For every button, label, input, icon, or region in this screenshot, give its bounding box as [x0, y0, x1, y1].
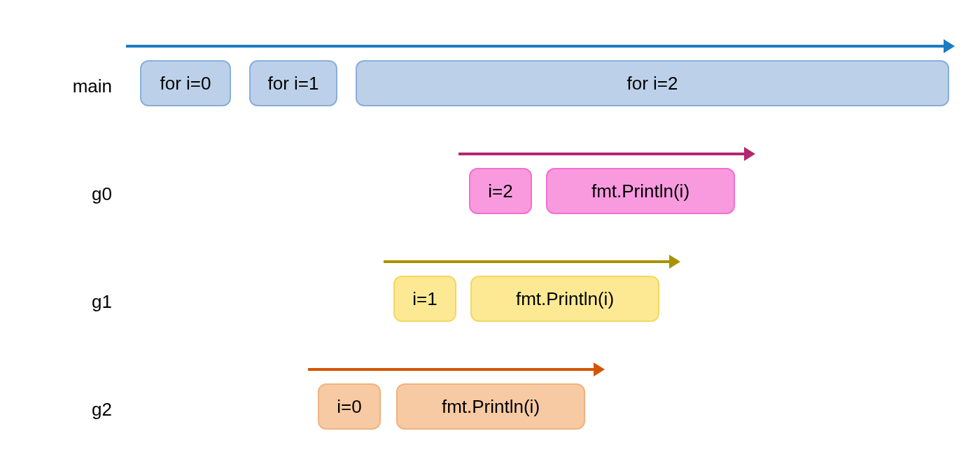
lane-label-main: main: [0, 76, 112, 97]
g0-assign-box: i=2: [469, 168, 532, 214]
g2-assign-box: i=0: [318, 383, 381, 430]
main-for0-box: for i=0: [140, 60, 231, 106]
g1-assign-text: i=1: [412, 288, 437, 310]
main-for0-text: for i=0: [160, 73, 211, 94]
g2-call-text: fmt.Println(i): [442, 396, 540, 418]
main-for2-box: for i=2: [356, 60, 949, 106]
g1-call-text: fmt.Println(i): [516, 288, 614, 310]
main-for1-text: for i=1: [268, 73, 319, 94]
g1-timeline-arrow: [384, 260, 678, 263]
g2-timeline-arrow: [308, 368, 602, 371]
g0-assign-text: i=2: [488, 181, 512, 202]
lane-label-g0: g0: [0, 183, 112, 205]
g1-assign-box: i=1: [393, 276, 456, 322]
lane-label-g1: g1: [0, 291, 112, 313]
main-for2-text: for i=2: [627, 73, 678, 94]
g2-call-box: fmt.Println(i): [396, 383, 585, 430]
g2-assign-text: i=0: [337, 396, 361, 418]
g0-timeline-arrow: [458, 153, 752, 155]
main-timeline-arrow: [126, 45, 952, 48]
g0-call-text: fmt.Println(i): [592, 181, 690, 202]
g1-call-box: fmt.Println(i): [470, 276, 659, 322]
main-for1-box: for i=1: [249, 60, 337, 106]
g0-call-box: fmt.Println(i): [546, 168, 735, 214]
lane-label-g2: g2: [0, 399, 112, 421]
